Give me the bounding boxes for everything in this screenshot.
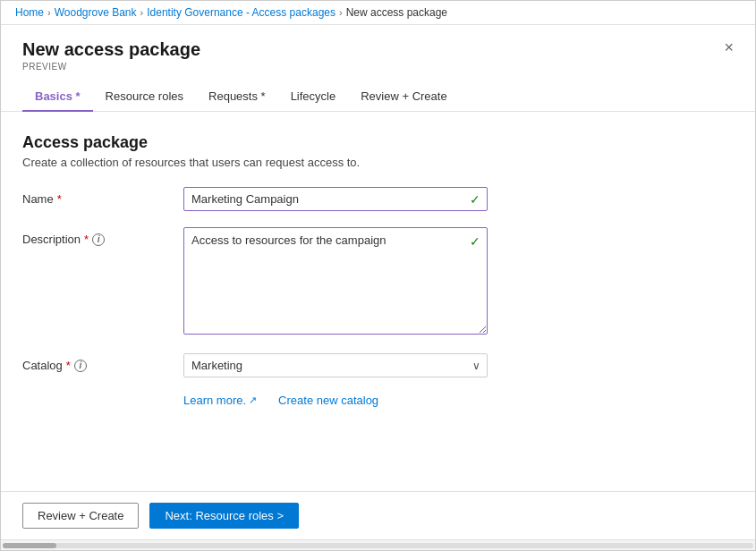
catalog-label: Catalog * i [22, 353, 183, 372]
catalog-control-area: Marketing General Human Resources ∨ [183, 353, 488, 377]
tab-resource-roles[interactable]: Resource roles [93, 82, 196, 112]
description-row: Description * i Access to resources for … [22, 227, 734, 337]
tabs-bar: Basics * Resource roles Requests * Lifec… [1, 82, 755, 112]
name-control-area: ✓ [183, 187, 488, 211]
breadcrumb-identity-governance[interactable]: Identity Governance - Access packages [147, 6, 336, 19]
breadcrumb-current: New access package [346, 6, 447, 19]
next-resource-roles-button[interactable]: Next: Resource roles > [149, 503, 299, 529]
catalog-select-wrapper: Marketing General Human Resources ∨ [183, 353, 488, 377]
tab-review-create[interactable]: Review + Create [348, 82, 459, 112]
name-label: Name * [22, 187, 183, 206]
description-label: Description * i [22, 227, 183, 246]
create-catalog-label: Create new catalog [278, 394, 378, 407]
description-textarea[interactable]: Access to resources for the campaign [183, 227, 488, 335]
catalog-info-icon: i [74, 360, 87, 372]
catalog-row: Catalog * i Marketing General Human Reso… [22, 353, 734, 377]
breadcrumb-sep-2: › [140, 7, 144, 18]
close-button[interactable]: × [724, 39, 734, 55]
panel-title-block: New access package PREVIEW [22, 39, 200, 72]
name-required-star: * [57, 192, 62, 206]
footer: Review + Create Next: Resource roles > [1, 491, 755, 539]
breadcrumb-sep-3: › [339, 7, 343, 18]
tab-requests[interactable]: Requests * [196, 82, 278, 112]
panel-title: New access package [22, 39, 200, 60]
description-info-icon: i [92, 233, 105, 246]
catalog-select[interactable]: Marketing General Human Resources [183, 353, 488, 377]
name-row: Name * ✓ [22, 187, 734, 211]
links-row: Learn more. ↗ Create new catalog [183, 394, 734, 407]
tab-basics[interactable]: Basics * [22, 82, 93, 112]
breadcrumb-home[interactable]: Home [15, 6, 44, 19]
breadcrumb-woodgrove[interactable]: Woodgrove Bank [55, 6, 137, 19]
horizontal-scrollbar[interactable] [1, 539, 755, 550]
create-new-catalog-link[interactable]: Create new catalog [278, 394, 378, 407]
scrollbar-track [3, 543, 753, 548]
panel-header: New access package PREVIEW × [1, 25, 755, 72]
description-control-area: Access to resources for the campaign ✓ [183, 227, 488, 337]
description-check-icon: ✓ [470, 234, 480, 249]
description-required-star: * [84, 233, 89, 246]
tab-lifecycle[interactable]: Lifecycle [278, 82, 349, 112]
catalog-required-star: * [66, 359, 71, 372]
section-subtitle: Create a collection of resources that us… [22, 156, 734, 169]
description-textarea-wrapper: Access to resources for the campaign ✓ [183, 227, 488, 337]
breadcrumb-sep-1: › [47, 7, 51, 18]
learn-more-link[interactable]: Learn more. ↗ [183, 394, 257, 407]
breadcrumb-bar: Home › Woodgrove Bank › Identity Governa… [1, 1, 755, 25]
name-check-icon: ✓ [470, 192, 480, 207]
name-input[interactable] [183, 187, 488, 211]
name-input-wrapper: ✓ [183, 187, 488, 211]
review-create-button[interactable]: Review + Create [22, 503, 139, 529]
section-title: Access package [22, 133, 734, 152]
external-link-icon: ↗ [249, 394, 257, 406]
panel-preview-badge: PREVIEW [22, 62, 200, 72]
content-area: Access package Create a collection of re… [1, 112, 755, 491]
main-window: Home › Woodgrove Bank › Identity Governa… [0, 0, 756, 551]
scrollbar-thumb [3, 543, 56, 548]
learn-more-label: Learn more. [183, 394, 246, 407]
